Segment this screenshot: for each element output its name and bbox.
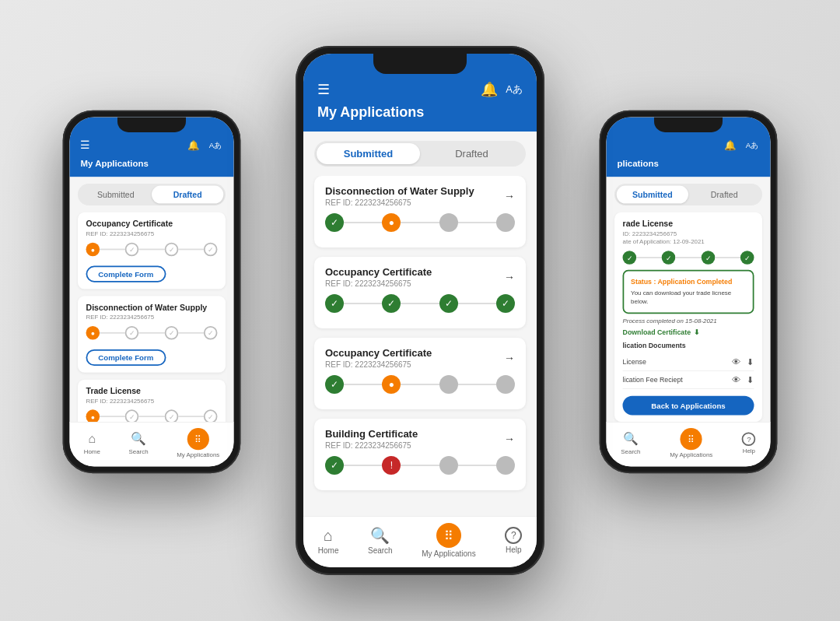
back-to-applications-btn[interactable]: Back to Applications — [623, 396, 754, 416]
az-icon-left[interactable]: Aあ — [208, 138, 222, 153]
left-app-title: My Applications — [80, 158, 222, 168]
search-icon: 🔍 — [131, 432, 145, 447]
help-icon: ? — [742, 432, 756, 446]
left-item-1[interactable]: Occupancy Certificate REF ID: 2223234256… — [78, 212, 226, 289]
help-icon: ? — [505, 527, 522, 544]
nav-apps-right[interactable]: ⠿ My Applications — [670, 428, 712, 458]
prog-line — [458, 384, 496, 385]
prog-dot: ✓ — [325, 456, 344, 475]
prog-dot: ✓ — [325, 213, 344, 232]
prog-dot — [439, 375, 458, 394]
center-item-1[interactable]: Disconnection of Water Supply REF ID: 22… — [314, 176, 526, 247]
home-icon: ⌂ — [324, 527, 333, 545]
prog-dot: ✓ — [325, 294, 344, 313]
center-item-2-progress: ✓ ✓ ✓ ✓ — [325, 294, 515, 313]
prog-line — [401, 303, 439, 304]
left-item-1-ref: REF ID: 2223234256675 — [86, 230, 173, 237]
prog-dot: ✓ — [164, 243, 178, 257]
prog-line — [344, 384, 382, 385]
left-bottom-nav: ⌂ Home 🔍 Search ⠿ My Applications — [69, 422, 233, 466]
center-item-4-ref: REF ID: 2223234256675 — [325, 441, 418, 450]
doc-name-1: License — [623, 359, 646, 367]
az-icon-right[interactable]: Aあ — [744, 138, 759, 153]
phone-right: 🔔 Aあ plications Submitted Drafted rade L… — [600, 111, 778, 473]
nav-search-center[interactable]: 🔍 Search — [368, 526, 393, 555]
tab-submitted-center[interactable]: Submitted — [317, 143, 420, 164]
complete-form-btn-2[interactable]: Complete Form — [86, 349, 166, 366]
prog-dot: ● — [86, 243, 100, 257]
prog-dot: ✓ — [204, 243, 218, 257]
center-item-2[interactable]: Occupancy Certificate REF ID: 2223234256… — [314, 257, 526, 328]
prog-dot: ✓ — [623, 251, 637, 265]
nav-search-right[interactable]: 🔍 Search — [621, 432, 640, 455]
nav-home-center[interactable]: ⌂ Home — [318, 527, 339, 555]
arrow-right-icon: → — [504, 190, 515, 202]
center-item-3[interactable]: Occupancy Certificate REF ID: 2223234256… — [314, 338, 526, 409]
hamburger-icon-left[interactable]: ☰ — [80, 140, 89, 151]
download-icon-1[interactable]: ⬇ — [747, 357, 754, 367]
left-item-2[interactable]: Disconnection of Water Supply REF ID: 22… — [78, 296, 226, 373]
left-item-2-ref: REF ID: 2223234256675 — [86, 314, 208, 321]
apps-icon-orange: ⠿ — [187, 428, 209, 450]
tab-drafted-right[interactable]: Drafted — [688, 186, 760, 204]
prog-line — [344, 465, 382, 466]
nav-apps-left[interactable]: ⠿ My Applications — [177, 428, 219, 458]
right-bottom-nav: 🔍 Search ⠿ My Applications ? Help — [606, 422, 770, 466]
nav-search-left[interactable]: 🔍 Search — [128, 432, 148, 455]
docs-title: lication Documents — [623, 342, 754, 349]
center-item-1-progress: ✓ ● — [325, 213, 515, 232]
phone-left-screen: ☰ 🔔 Aあ My Applications Submitted Drafted — [69, 118, 233, 467]
prog-dot: ● — [86, 326, 100, 340]
nav-apps-center[interactable]: ⠿ My Applications — [422, 523, 475, 558]
prog-line — [139, 249, 165, 251]
nav-help-center[interactable]: ? Help — [505, 527, 522, 554]
right-item-main[interactable]: rade License ID: 2223234256675 ate of Ap… — [614, 212, 762, 422]
hamburger-icon-center[interactable]: ☰ — [317, 82, 330, 96]
right-item-progress: ✓ ✓ ✓ ✓ — [623, 251, 754, 265]
tab-submitted-left[interactable]: Submitted — [80, 186, 152, 204]
center-item-4[interactable]: Building Certificate REF ID: 22232342566… — [314, 419, 526, 490]
prog-dot — [496, 375, 515, 394]
complete-form-btn-1[interactable]: Complete Form — [86, 266, 166, 282]
download-icon-2[interactable]: ⬇ — [747, 375, 754, 385]
bell-icon-left[interactable]: 🔔 — [186, 138, 201, 153]
download-certificate-btn[interactable]: Download Certificate ⬇ — [623, 329, 754, 337]
center-item-3-name: Occupancy Certificate — [325, 347, 432, 359]
eye-icon-1[interactable]: 👁 — [732, 357, 740, 367]
prog-dot — [496, 456, 515, 475]
tab-drafted-center[interactable]: Drafted — [420, 143, 523, 164]
tab-submitted-right[interactable]: Submitted — [617, 186, 688, 204]
prog-dot: ✓ — [164, 326, 178, 340]
prog-dot: ✓ — [164, 409, 178, 422]
nav-help-right[interactable]: ? Help — [742, 432, 756, 454]
notch-center — [373, 54, 467, 74]
prog-line — [100, 249, 125, 251]
az-icon-center[interactable]: Aあ — [506, 81, 523, 98]
prog-dot — [439, 456, 458, 475]
prog-line — [401, 384, 439, 385]
apps-icon-orange: ⠿ — [681, 428, 702, 450]
left-item-3-ref: REF ID: 2223234256675 — [86, 398, 155, 405]
prog-line — [344, 222, 382, 223]
bell-icon-center[interactable]: 🔔 — [481, 81, 498, 98]
search-icon: 🔍 — [623, 432, 638, 447]
prog-line — [100, 332, 125, 334]
notch-left — [117, 118, 186, 132]
nav-home-left[interactable]: ⌂ Home — [84, 432, 100, 454]
right-item-name: rade License — [623, 219, 754, 229]
prog-dot: ✓ — [204, 326, 218, 340]
left-item-1-name: Occupancy Certificate — [86, 219, 173, 229]
prog-line — [100, 416, 125, 417]
center-item-1-ref: REF ID: 2223234256675 — [325, 198, 474, 207]
arrow-right-icon: → — [504, 352, 515, 364]
tab-drafted-left[interactable]: Drafted — [152, 186, 223, 204]
process-completed: Process completed on 15-08-2021 — [623, 318, 754, 325]
prog-line — [401, 222, 439, 223]
left-item-3[interactable]: Trade License REF ID: 2223234256675 ● ✓ … — [78, 380, 226, 423]
prog-dot: ! — [382, 456, 401, 475]
prog-dot: ● — [382, 213, 401, 232]
prog-dot: ✓ — [439, 294, 458, 313]
bell-icon-right[interactable]: 🔔 — [723, 138, 737, 153]
eye-icon-2[interactable]: 👁 — [732, 375, 740, 385]
left-item-1-progress: ● ✓ ✓ ✓ — [86, 243, 218, 257]
